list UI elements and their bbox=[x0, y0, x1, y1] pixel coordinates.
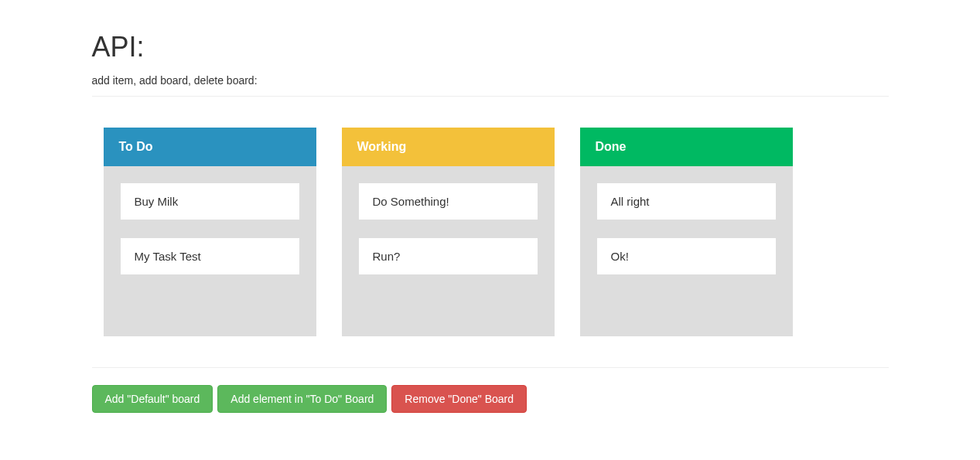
kanban-card[interactable]: Buy Milk bbox=[121, 183, 299, 220]
board-body: All right Ok! bbox=[580, 166, 793, 336]
kanban-card[interactable]: My Task Test bbox=[121, 238, 299, 274]
button-row: Add "Default" board Add element in "To D… bbox=[92, 385, 889, 413]
card-text: My Task Test bbox=[135, 250, 201, 263]
board-done: Done All right Ok! bbox=[580, 128, 793, 336]
board-title: Working bbox=[357, 140, 407, 153]
board-working: Working Do Something! Run? bbox=[342, 128, 555, 336]
remove-done-board-button[interactable]: Remove "Done" Board bbox=[391, 385, 527, 413]
add-element-todo-button[interactable]: Add element in "To Do" Board bbox=[217, 385, 387, 413]
card-text: All right bbox=[611, 195, 650, 208]
kanban-card[interactable]: Run? bbox=[359, 238, 538, 274]
board-todo: To Do Buy Milk My Task Test bbox=[104, 128, 316, 336]
board-body: Buy Milk My Task Test bbox=[104, 166, 316, 336]
page-subtitle: add item, add board, delete board: bbox=[92, 74, 889, 87]
board-body: Do Something! Run? bbox=[342, 166, 555, 336]
board-title: To Do bbox=[119, 140, 153, 153]
board-header-todo[interactable]: To Do bbox=[104, 128, 316, 166]
kanban-container: To Do Buy Milk My Task Test Working Do S… bbox=[92, 128, 889, 336]
card-text: Run? bbox=[373, 250, 401, 263]
card-text: Buy Milk bbox=[135, 195, 179, 208]
card-text: Ok! bbox=[611, 250, 629, 263]
kanban-card[interactable]: All right bbox=[597, 183, 776, 220]
page-title: API: bbox=[92, 31, 889, 63]
kanban-card[interactable]: Ok! bbox=[597, 238, 776, 274]
board-header-done[interactable]: Done bbox=[580, 128, 793, 166]
divider bbox=[92, 367, 889, 368]
board-header-working[interactable]: Working bbox=[342, 128, 555, 166]
add-default-board-button[interactable]: Add "Default" board bbox=[92, 385, 213, 413]
divider bbox=[92, 96, 889, 97]
board-title: Done bbox=[596, 140, 627, 153]
kanban-card[interactable]: Do Something! bbox=[359, 183, 538, 220]
card-text: Do Something! bbox=[373, 195, 449, 208]
